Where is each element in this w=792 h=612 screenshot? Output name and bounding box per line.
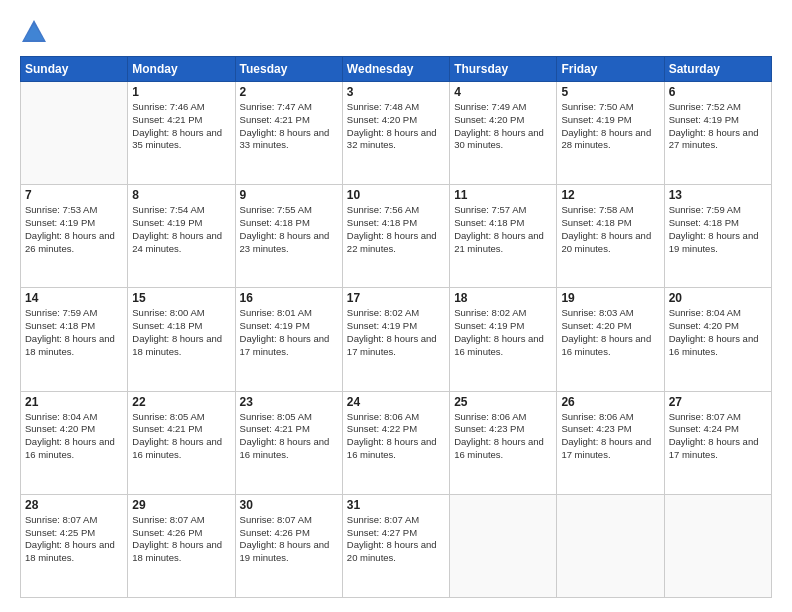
day-number: 25 <box>454 395 552 409</box>
calendar-cell: 26Sunrise: 8:06 AM Sunset: 4:23 PM Dayli… <box>557 391 664 494</box>
day-info: Sunrise: 7:57 AM Sunset: 4:18 PM Dayligh… <box>454 204 552 255</box>
day-number: 30 <box>240 498 338 512</box>
calendar-cell: 12Sunrise: 7:58 AM Sunset: 4:18 PM Dayli… <box>557 185 664 288</box>
day-info: Sunrise: 8:05 AM Sunset: 4:21 PM Dayligh… <box>132 411 230 462</box>
day-info: Sunrise: 8:06 AM Sunset: 4:23 PM Dayligh… <box>454 411 552 462</box>
day-number: 23 <box>240 395 338 409</box>
calendar-cell: 5Sunrise: 7:50 AM Sunset: 4:19 PM Daylig… <box>557 82 664 185</box>
calendar-cell: 1Sunrise: 7:46 AM Sunset: 4:21 PM Daylig… <box>128 82 235 185</box>
day-info: Sunrise: 7:49 AM Sunset: 4:20 PM Dayligh… <box>454 101 552 152</box>
calendar-cell: 9Sunrise: 7:55 AM Sunset: 4:18 PM Daylig… <box>235 185 342 288</box>
calendar-table: SundayMondayTuesdayWednesdayThursdayFrid… <box>20 56 772 598</box>
calendar-cell: 13Sunrise: 7:59 AM Sunset: 4:18 PM Dayli… <box>664 185 771 288</box>
calendar-cell <box>450 494 557 597</box>
weekday-header-thursday: Thursday <box>450 57 557 82</box>
calendar-cell <box>664 494 771 597</box>
calendar-week-row: 28Sunrise: 8:07 AM Sunset: 4:25 PM Dayli… <box>21 494 772 597</box>
day-number: 20 <box>669 291 767 305</box>
calendar-cell: 3Sunrise: 7:48 AM Sunset: 4:20 PM Daylig… <box>342 82 449 185</box>
day-info: Sunrise: 7:46 AM Sunset: 4:21 PM Dayligh… <box>132 101 230 152</box>
calendar-cell: 28Sunrise: 8:07 AM Sunset: 4:25 PM Dayli… <box>21 494 128 597</box>
day-info: Sunrise: 8:04 AM Sunset: 4:20 PM Dayligh… <box>669 307 767 358</box>
day-number: 31 <box>347 498 445 512</box>
calendar-cell: 16Sunrise: 8:01 AM Sunset: 4:19 PM Dayli… <box>235 288 342 391</box>
day-number: 2 <box>240 85 338 99</box>
day-number: 29 <box>132 498 230 512</box>
day-number: 24 <box>347 395 445 409</box>
day-info: Sunrise: 8:04 AM Sunset: 4:20 PM Dayligh… <box>25 411 123 462</box>
day-number: 15 <box>132 291 230 305</box>
day-info: Sunrise: 8:00 AM Sunset: 4:18 PM Dayligh… <box>132 307 230 358</box>
calendar-cell: 29Sunrise: 8:07 AM Sunset: 4:26 PM Dayli… <box>128 494 235 597</box>
day-number: 1 <box>132 85 230 99</box>
svg-marker-1 <box>24 24 44 40</box>
day-number: 28 <box>25 498 123 512</box>
header <box>20 18 772 46</box>
day-number: 4 <box>454 85 552 99</box>
day-info: Sunrise: 7:58 AM Sunset: 4:18 PM Dayligh… <box>561 204 659 255</box>
day-number: 16 <box>240 291 338 305</box>
day-info: Sunrise: 7:59 AM Sunset: 4:18 PM Dayligh… <box>25 307 123 358</box>
day-info: Sunrise: 7:52 AM Sunset: 4:19 PM Dayligh… <box>669 101 767 152</box>
weekday-header-monday: Monday <box>128 57 235 82</box>
day-info: Sunrise: 8:06 AM Sunset: 4:23 PM Dayligh… <box>561 411 659 462</box>
calendar-week-row: 7Sunrise: 7:53 AM Sunset: 4:19 PM Daylig… <box>21 185 772 288</box>
calendar-cell: 24Sunrise: 8:06 AM Sunset: 4:22 PM Dayli… <box>342 391 449 494</box>
day-info: Sunrise: 7:59 AM Sunset: 4:18 PM Dayligh… <box>669 204 767 255</box>
weekday-header-saturday: Saturday <box>664 57 771 82</box>
day-info: Sunrise: 8:07 AM Sunset: 4:27 PM Dayligh… <box>347 514 445 565</box>
day-number: 18 <box>454 291 552 305</box>
page: SundayMondayTuesdayWednesdayThursdayFrid… <box>0 0 792 612</box>
day-info: Sunrise: 8:06 AM Sunset: 4:22 PM Dayligh… <box>347 411 445 462</box>
calendar-week-row: 1Sunrise: 7:46 AM Sunset: 4:21 PM Daylig… <box>21 82 772 185</box>
weekday-header-wednesday: Wednesday <box>342 57 449 82</box>
day-info: Sunrise: 8:03 AM Sunset: 4:20 PM Dayligh… <box>561 307 659 358</box>
day-info: Sunrise: 7:47 AM Sunset: 4:21 PM Dayligh… <box>240 101 338 152</box>
day-info: Sunrise: 7:48 AM Sunset: 4:20 PM Dayligh… <box>347 101 445 152</box>
calendar-cell: 14Sunrise: 7:59 AM Sunset: 4:18 PM Dayli… <box>21 288 128 391</box>
day-number: 17 <box>347 291 445 305</box>
day-info: Sunrise: 8:01 AM Sunset: 4:19 PM Dayligh… <box>240 307 338 358</box>
calendar-cell: 4Sunrise: 7:49 AM Sunset: 4:20 PM Daylig… <box>450 82 557 185</box>
day-number: 9 <box>240 188 338 202</box>
calendar-cell: 2Sunrise: 7:47 AM Sunset: 4:21 PM Daylig… <box>235 82 342 185</box>
day-number: 21 <box>25 395 123 409</box>
day-info: Sunrise: 8:07 AM Sunset: 4:24 PM Dayligh… <box>669 411 767 462</box>
calendar-cell: 6Sunrise: 7:52 AM Sunset: 4:19 PM Daylig… <box>664 82 771 185</box>
calendar-cell: 17Sunrise: 8:02 AM Sunset: 4:19 PM Dayli… <box>342 288 449 391</box>
day-info: Sunrise: 7:50 AM Sunset: 4:19 PM Dayligh… <box>561 101 659 152</box>
day-info: Sunrise: 8:05 AM Sunset: 4:21 PM Dayligh… <box>240 411 338 462</box>
calendar-cell: 21Sunrise: 8:04 AM Sunset: 4:20 PM Dayli… <box>21 391 128 494</box>
calendar-cell <box>21 82 128 185</box>
day-info: Sunrise: 7:54 AM Sunset: 4:19 PM Dayligh… <box>132 204 230 255</box>
day-number: 11 <box>454 188 552 202</box>
day-info: Sunrise: 8:02 AM Sunset: 4:19 PM Dayligh… <box>454 307 552 358</box>
calendar-cell: 10Sunrise: 7:56 AM Sunset: 4:18 PM Dayli… <box>342 185 449 288</box>
weekday-header-tuesday: Tuesday <box>235 57 342 82</box>
calendar-cell: 22Sunrise: 8:05 AM Sunset: 4:21 PM Dayli… <box>128 391 235 494</box>
day-info: Sunrise: 8:02 AM Sunset: 4:19 PM Dayligh… <box>347 307 445 358</box>
day-info: Sunrise: 7:53 AM Sunset: 4:19 PM Dayligh… <box>25 204 123 255</box>
calendar-cell <box>557 494 664 597</box>
day-info: Sunrise: 8:07 AM Sunset: 4:26 PM Dayligh… <box>240 514 338 565</box>
day-number: 7 <box>25 188 123 202</box>
logo-icon <box>20 18 48 46</box>
calendar-cell: 19Sunrise: 8:03 AM Sunset: 4:20 PM Dayli… <box>557 288 664 391</box>
calendar-cell: 7Sunrise: 7:53 AM Sunset: 4:19 PM Daylig… <box>21 185 128 288</box>
calendar-cell: 25Sunrise: 8:06 AM Sunset: 4:23 PM Dayli… <box>450 391 557 494</box>
weekday-header-sunday: Sunday <box>21 57 128 82</box>
calendar-cell: 31Sunrise: 8:07 AM Sunset: 4:27 PM Dayli… <box>342 494 449 597</box>
day-info: Sunrise: 7:55 AM Sunset: 4:18 PM Dayligh… <box>240 204 338 255</box>
calendar-cell: 8Sunrise: 7:54 AM Sunset: 4:19 PM Daylig… <box>128 185 235 288</box>
day-number: 6 <box>669 85 767 99</box>
weekday-header-row: SundayMondayTuesdayWednesdayThursdayFrid… <box>21 57 772 82</box>
day-number: 12 <box>561 188 659 202</box>
day-number: 14 <box>25 291 123 305</box>
day-number: 22 <box>132 395 230 409</box>
calendar-week-row: 14Sunrise: 7:59 AM Sunset: 4:18 PM Dayli… <box>21 288 772 391</box>
day-number: 19 <box>561 291 659 305</box>
day-number: 8 <box>132 188 230 202</box>
day-info: Sunrise: 8:07 AM Sunset: 4:26 PM Dayligh… <box>132 514 230 565</box>
day-number: 26 <box>561 395 659 409</box>
weekday-header-friday: Friday <box>557 57 664 82</box>
